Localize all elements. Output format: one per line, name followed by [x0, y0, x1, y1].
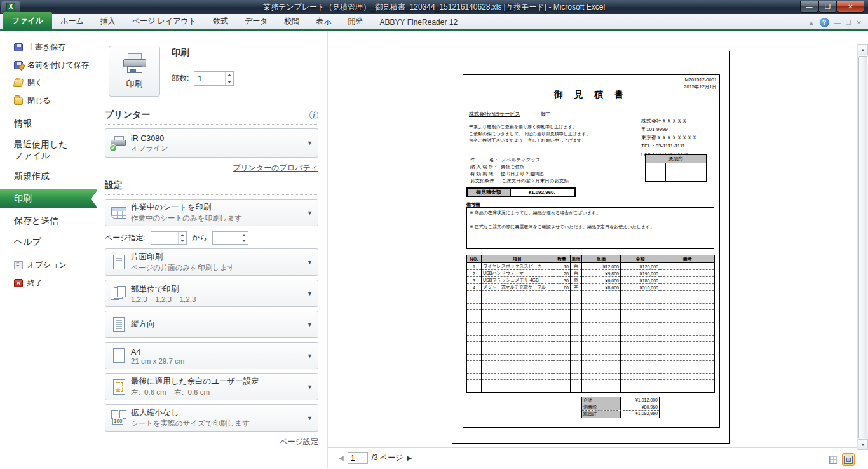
one-sided-icon [109, 255, 128, 269]
tab-home[interactable]: ホーム [52, 13, 92, 29]
sidebar-item-exit[interactable]: ✕ 終了 [0, 274, 97, 292]
zoom-to-page-button[interactable] [842, 453, 855, 466]
workbook-restore-icon[interactable]: ❐ [846, 19, 851, 26]
prev-page-icon[interactable]: ◀ [339, 454, 344, 461]
workbook-minimize-icon[interactable]: — [834, 19, 841, 26]
next-page-icon[interactable]: ▶ [407, 454, 412, 461]
page-setup-link[interactable]: ページ設定 [280, 437, 318, 446]
help-icon[interactable]: ? [820, 18, 829, 27]
grand-total-box: 御見積金額 ¥1,092,960.- [466, 187, 576, 197]
chevron-down-icon: ▼ [304, 384, 313, 390]
show-margins-button[interactable] [827, 453, 839, 466]
sidebar-item-print[interactable]: 印刷 [0, 189, 97, 208]
printer-name: iR C3080 [131, 134, 164, 143]
chevron-down-icon: ▼ [304, 415, 313, 421]
sidebar-item-info[interactable]: 情報 [0, 113, 97, 134]
tab-review[interactable]: 校閲 [276, 13, 308, 29]
title-bar: X 業務テンプレート（見積管理）_御見積書_120344_15121614062… [0, 0, 868, 14]
tab-abbyy[interactable]: ABBYY FineReader 12 [372, 15, 466, 29]
duplex-dropdown[interactable]: 片面印刷 ページの片面のみを印刷します ▼ [105, 248, 318, 276]
portrait-icon [109, 317, 128, 332]
tab-file[interactable]: ファイル [3, 12, 52, 29]
totals-box: 合計¥1,012,000 消費税¥80,960 総合計¥1,092,960 [581, 397, 660, 418]
vertical-scrollbar[interactable] [857, 44, 868, 450]
copies-input[interactable] [194, 72, 225, 85]
table-empty-row [467, 374, 715, 380]
print-section-header: 印刷 [172, 47, 318, 62]
print-what-dropdown[interactable]: 作業中のシートを印刷 作業中のシートのみを印刷します ▼ [105, 199, 318, 226]
printer-dropdown[interactable]: ✓ iR C3080 オフライン ▼ [105, 128, 318, 158]
minimize-ribbon-icon[interactable]: ▲ [808, 19, 815, 26]
excel-app-icon[interactable]: X [1, 1, 20, 13]
approval-stamp-box: 承認印 [645, 154, 707, 182]
notes-box: ※ 商品の在庫状況によっては、納品が遅れる場合がございます。※ 正式なご注文の際… [466, 207, 714, 249]
sidebar-item-open[interactable]: 開く [0, 74, 97, 92]
sidebar-item-new[interactable]: 新規作成 [0, 166, 97, 187]
printer-status: オフライン [131, 144, 304, 153]
grand-total-label: 御見積金額 [468, 189, 511, 196]
tab-developer[interactable]: 開発 [340, 13, 372, 29]
close-folder-icon [14, 97, 23, 105]
workbook-close-icon[interactable]: ✕ [857, 19, 862, 26]
doc-customer-line: 株式会社凸凹サービス 御中 [469, 111, 551, 118]
table-empty-row [467, 386, 715, 393]
tab-page-layout[interactable]: ページ レイアウト [124, 13, 205, 29]
tab-data[interactable]: データ [236, 13, 276, 29]
table-empty-row [467, 348, 715, 355]
page-to-up-icon[interactable] [240, 232, 248, 238]
tab-view[interactable]: 表示 [308, 13, 340, 29]
table-empty-row [467, 361, 715, 367]
table-empty-row [467, 355, 715, 361]
orientation-dropdown[interactable]: 縦方向 ▼ [105, 311, 318, 338]
collation-dropdown[interactable]: 部単位で印刷 1,2,3 1,2,3 1,2,3 ▼ [105, 280, 318, 307]
sidebar-item-help[interactable]: ヘルプ [0, 231, 97, 252]
page-to-input[interactable] [213, 232, 240, 244]
copies-down-icon[interactable] [226, 79, 233, 86]
page-from-down-icon[interactable] [179, 238, 186, 245]
table-row: 3USBフラッシュメモリ 4GB 30個 ¥6,000¥180,000 [467, 277, 715, 284]
scroll-down-icon[interactable] [858, 439, 868, 450]
copies-label: 部数: [172, 73, 189, 84]
doc-greeting: 平素より格別のご愛顧を賜り厚く御礼申し上げます。ご依頼の件につきまして、下記の通… [469, 124, 590, 144]
sidebar-item-save-as[interactable]: 名前を付けて保存 [0, 56, 97, 74]
current-page-input[interactable] [348, 452, 368, 464]
backstage-sidebar: 上書き保存 名前を付けて保存 開く 閉じる 情報 最近使用したファイル 新規作成… [0, 31, 97, 468]
sidebar-item-save-send[interactable]: 保存と送信 [0, 210, 97, 231]
ribbon-tab-row: ファイル ホーム 挿入 ページ レイアウト 数式 データ 校閲 表示 開発 AB… [0, 14, 868, 31]
scaling-dropdown[interactable]: 100 拡大縮小なし シートを実際のサイズで印刷します ▼ [105, 404, 318, 432]
print-button[interactable]: 印刷 [109, 46, 160, 97]
paper-size-dropdown[interactable]: A4 21 cm x 29.7 cm ▼ [105, 342, 318, 369]
page-from-input[interactable] [151, 232, 178, 244]
printer-properties-link[interactable]: プリンターのプロパティ [233, 163, 318, 172]
a4-page-icon [109, 348, 128, 363]
options-icon [14, 261, 23, 269]
page-from-up-icon[interactable] [179, 232, 186, 238]
tax-row: 消費税¥80,960 [582, 404, 659, 411]
scroll-up-icon[interactable] [858, 44, 868, 55]
page-from-stepper[interactable] [151, 231, 187, 245]
minimize-button[interactable]: — [800, 1, 818, 13]
sidebar-item-options[interactable]: オプション [0, 256, 97, 274]
sidebar-item-recent[interactable]: 最近使用したファイル [0, 134, 76, 166]
page-to-stepper[interactable] [212, 231, 248, 245]
scrollbar-thumb[interactable] [858, 56, 867, 438]
copies-stepper[interactable] [194, 71, 234, 86]
close-button[interactable]: ✕ [837, 1, 864, 13]
chevron-down-icon: ▼ [304, 259, 313, 266]
open-folder-icon [13, 79, 24, 87]
sidebar-item-save[interactable]: 上書き保存 [0, 38, 97, 56]
page-to-down-icon[interactable] [240, 238, 248, 245]
quote-empty-rows [467, 291, 715, 393]
sidebar-item-close[interactable]: 閉じる [0, 92, 97, 109]
table-empty-row [467, 329, 715, 336]
copies-up-icon[interactable] [226, 72, 233, 79]
tab-formulas[interactable]: 数式 [205, 13, 236, 29]
save-icon [14, 43, 23, 51]
restore-button[interactable]: ❐ [818, 1, 837, 13]
margins-dropdown[interactable]: ★ 最後に適用した余白のユーザー設定 左: 0.6 cm 右: 0.6 cm ▼ [105, 373, 318, 400]
tab-insert[interactable]: 挿入 [92, 13, 124, 29]
table-row: 1ワイヤレスボックススピーカー 10台 ¥12,000¥120,000 [467, 263, 715, 270]
table-empty-row [467, 367, 715, 374]
table-empty-row [467, 291, 715, 297]
info-icon[interactable]: i [309, 111, 318, 119]
